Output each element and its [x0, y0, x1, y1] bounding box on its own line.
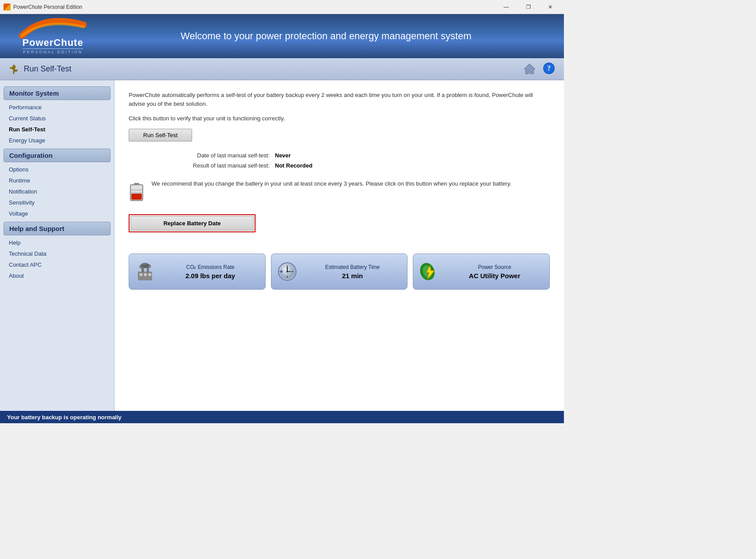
- co2-label: CO₂ Emissions Rate: [186, 264, 234, 270]
- statusbar-text: Your battery backup is operating normall…: [7, 414, 122, 421]
- sidebar-item-notification[interactable]: Notification: [0, 186, 114, 197]
- close-button[interactable]: ✕: [540, 3, 560, 11]
- titlebar-title: PowerChute Personal Edition: [13, 4, 496, 10]
- run-selftest-button[interactable]: Run Self-Test: [129, 129, 192, 142]
- home-button[interactable]: [522, 61, 537, 77]
- sidebar-item-performance[interactable]: Performance: [0, 102, 114, 113]
- svg-rect-16: [140, 273, 142, 276]
- co2-card: CO₂ Emissions Rate 2.09 lbs per day: [129, 253, 266, 290]
- svg-text:?: ?: [547, 64, 551, 72]
- svg-rect-17: [144, 273, 147, 276]
- svg-rect-6: [134, 183, 139, 185]
- last-manual-date-value: Never: [275, 152, 291, 159]
- power-source-card: Power Source AC Utility Power: [413, 253, 550, 290]
- battery-time-card-info: Estimated Battery Time 21 min: [303, 264, 402, 280]
- selftest-results: Date of last manual self-test: Never Res…: [129, 152, 550, 169]
- click-instruction: Click this button to verify that your un…: [129, 115, 550, 122]
- last-manual-result-label: Result of last manual self-test:: [164, 162, 270, 169]
- battery-time-label: Estimated Battery Time: [325, 264, 380, 270]
- sidebar-item-run-self-test[interactable]: Run Self-Test: [0, 124, 114, 135]
- help-icon: ?: [543, 62, 555, 76]
- power-source-icon: [419, 261, 440, 282]
- battery-icon: [129, 181, 145, 204]
- sidebar-item-energy-usage[interactable]: Energy Usage: [0, 135, 114, 146]
- last-manual-result-value: Not Recorded: [275, 162, 312, 169]
- co2-card-info: CO₂ Emissions Rate 2.09 lbs per day: [161, 264, 260, 280]
- last-manual-result-row: Result of last manual self-test: Not Rec…: [129, 162, 550, 169]
- main-layout: Monitor System Performance Current Statu…: [0, 80, 564, 411]
- logo-area: PowerChute Personal Edition: [9, 18, 97, 54]
- replace-battery-btn-wrapper: Replace Battery Date: [129, 214, 256, 232]
- svg-point-27: [286, 271, 288, 272]
- sidebar-section-configuration: Configuration: [4, 149, 111, 162]
- sidebar-item-voltage[interactable]: Voltage: [0, 208, 114, 219]
- battery-time-icon: [277, 261, 298, 282]
- last-manual-date-label: Date of last manual self-test:: [164, 152, 270, 159]
- window-controls: — ❐ ✕: [496, 3, 560, 11]
- svg-point-0: [11, 67, 12, 68]
- toolbar-actions: ?: [522, 61, 557, 77]
- sidebar-item-contact-apc[interactable]: Contact APC: [0, 259, 114, 270]
- status-cards: CO₂ Emissions Rate 2.09 lbs per day: [129, 253, 550, 290]
- co2-icon: [134, 261, 156, 282]
- app-icon: [4, 4, 11, 11]
- sidebar-item-about[interactable]: About: [0, 270, 114, 281]
- wrench-icon: [7, 63, 19, 75]
- sidebar-section-help: Help and Support: [4, 222, 111, 235]
- header-welcome-text: Welcome to your power protection and ene…: [97, 30, 555, 42]
- last-manual-date-row: Date of last manual self-test: Never: [129, 152, 550, 159]
- toolbar-title: Run Self-Test: [24, 64, 522, 74]
- svg-rect-15: [147, 268, 149, 272]
- header: PowerChute Personal Edition Welcome to y…: [0, 14, 564, 58]
- svg-rect-2: [528, 71, 531, 74]
- home-icon: [523, 62, 536, 76]
- restore-button[interactable]: ❐: [518, 3, 538, 11]
- sidebar-item-current-status[interactable]: Current Status: [0, 113, 114, 124]
- svg-rect-18: [148, 273, 151, 276]
- statusbar: Your battery backup is operating normall…: [0, 411, 564, 423]
- svg-rect-14: [141, 267, 144, 272]
- sidebar-item-runtime[interactable]: Runtime: [0, 175, 114, 186]
- sidebar-item-options[interactable]: Options: [0, 164, 114, 175]
- content-description: PowerChute automatically performs a self…: [129, 91, 550, 108]
- minimize-button[interactable]: —: [496, 3, 516, 11]
- help-button[interactable]: ?: [541, 61, 557, 77]
- content-area: PowerChute automatically performs a self…: [115, 80, 564, 411]
- sidebar-section-monitor: Monitor System: [4, 86, 111, 100]
- svg-point-12: [144, 264, 151, 268]
- sidebar-item-help[interactable]: Help: [0, 237, 114, 248]
- logo-name: PowerChute: [22, 38, 83, 48]
- titlebar: PowerChute Personal Edition — ❐ ✕: [0, 0, 564, 14]
- battery-time-value: 21 min: [342, 272, 363, 280]
- battery-time-card: Estimated Battery Time 21 min: [271, 253, 408, 290]
- co2-value: 2.09 lbs per day: [185, 272, 235, 280]
- power-source-card-info: Power Source AC Utility Power: [445, 264, 544, 280]
- sidebar-item-sensitivity[interactable]: Sensitivity: [0, 197, 114, 208]
- battery-section: We recommend that you change the battery…: [129, 179, 550, 204]
- toolbar: Run Self-Test ?: [0, 58, 564, 80]
- power-source-label: Power Source: [478, 264, 511, 270]
- sidebar-item-technical-data[interactable]: Technical Data: [0, 248, 114, 259]
- logo-sub: Personal Edition: [22, 48, 83, 54]
- sidebar: Monitor System Performance Current Statu…: [0, 80, 115, 411]
- battery-recommendation-text: We recommend that you change the battery…: [152, 179, 550, 188]
- power-source-value: AC Utility Power: [469, 272, 520, 280]
- replace-battery-button[interactable]: Replace Battery Date: [130, 216, 254, 231]
- svg-rect-7: [131, 194, 142, 200]
